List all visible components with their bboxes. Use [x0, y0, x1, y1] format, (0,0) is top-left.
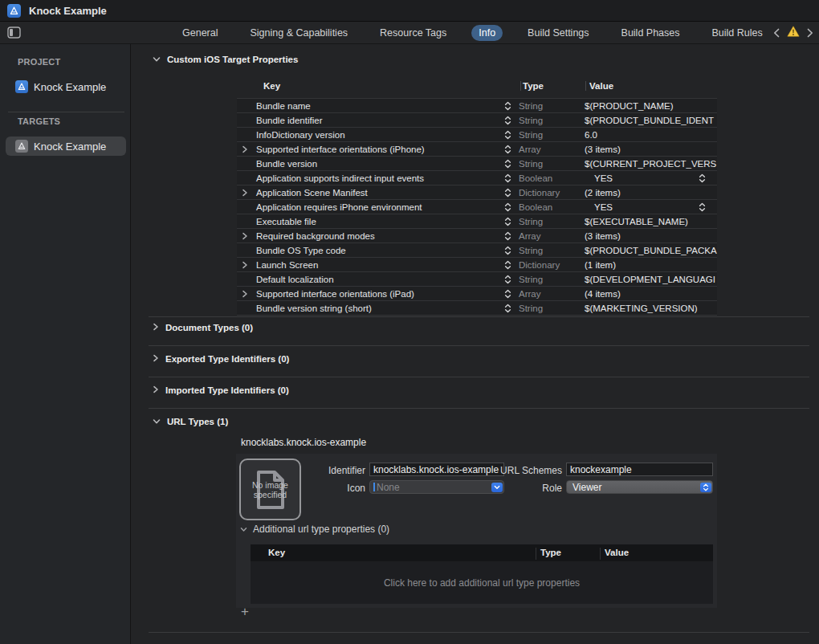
- key-cell[interactable]: Application requires iPhone environment: [237, 200, 514, 214]
- key-cell[interactable]: Launch Screen: [237, 258, 514, 271]
- type-cell[interactable]: String: [514, 116, 580, 125]
- table-row[interactable]: Required background modesArray(3 items): [237, 229, 717, 243]
- type-cell[interactable]: String: [514, 217, 580, 226]
- forward-chevron-icon[interactable]: [807, 28, 813, 38]
- value-cell[interactable]: $(PRODUCT_BUNDLE_PACKA: [580, 243, 717, 257]
- key-cell[interactable]: Application supports indirect input even…: [237, 171, 514, 185]
- stepper-icon[interactable]: [699, 173, 706, 185]
- tab-info[interactable]: Info: [471, 25, 503, 41]
- table-row[interactable]: Supported interface orientations (iPad)A…: [237, 287, 717, 301]
- stepper-icon[interactable]: [504, 188, 511, 199]
- key-cell[interactable]: Bundle version string (short): [237, 301, 514, 315]
- value-cell[interactable]: (2 items): [580, 185, 717, 199]
- key-cell[interactable]: Default localization: [237, 272, 514, 286]
- value-cell[interactable]: 6.0: [580, 128, 717, 141]
- table-row[interactable]: Bundle version string (short)String$(MAR…: [237, 301, 717, 316]
- section-imported-type-identifiers[interactable]: Imported Type Identifiers (0): [153, 385, 289, 395]
- value-cell[interactable]: $(EXECUTABLE_NAME): [580, 214, 717, 228]
- key-cell[interactable]: Executable file: [237, 214, 514, 228]
- stepper-icon[interactable]: [504, 116, 511, 127]
- stepper-icon[interactable]: [504, 246, 511, 257]
- tab-signing-capabilities[interactable]: Signing & Capabilities: [242, 25, 355, 41]
- value-cell[interactable]: $(CURRENT_PROJECT_VERS: [580, 157, 717, 170]
- sidebar-item-project[interactable]: Knock Example: [6, 77, 126, 96]
- tab-build-rules[interactable]: Build Rules: [705, 25, 770, 41]
- table-row[interactable]: Launch ScreenDictionary(1 item): [237, 258, 717, 272]
- key-cell[interactable]: Application Scene Manifest: [237, 185, 514, 199]
- key-cell[interactable]: Bundle OS Type code: [237, 243, 514, 257]
- table-row[interactable]: Application supports indirect input even…: [237, 171, 717, 185]
- stepper-icon[interactable]: [504, 275, 511, 286]
- tab-build-settings[interactable]: Build Settings: [520, 25, 596, 41]
- key-cell[interactable]: Bundle identifier: [237, 113, 514, 127]
- stepper-icon[interactable]: [504, 173, 511, 185]
- sidebar-item-target[interactable]: Knock Example: [6, 137, 126, 156]
- type-cell[interactable]: String: [514, 304, 580, 313]
- stepper-icon[interactable]: [504, 304, 511, 315]
- chevron-right-icon[interactable]: [242, 261, 253, 269]
- chevron-right-icon[interactable]: [242, 290, 253, 298]
- key-cell[interactable]: Supported interface orientations (iPhone…: [237, 142, 514, 156]
- stepper-icon[interactable]: [504, 231, 511, 243]
- type-cell[interactable]: Array: [514, 145, 580, 154]
- chevron-right-icon[interactable]: [242, 189, 253, 197]
- table-row[interactable]: Default localizationString$(DEVELOPMENT_…: [237, 272, 717, 287]
- value-cell[interactable]: (3 items): [580, 142, 717, 156]
- popup-stepper-button[interactable]: [700, 483, 711, 493]
- url-schemes-field[interactable]: knockexample: [566, 463, 713, 476]
- chevron-right-icon[interactable]: [242, 145, 253, 153]
- sidebar-toggle-icon[interactable]: [7, 26, 21, 39]
- section-additional-url-type-properties[interactable]: Additional url type properties (0): [240, 524, 389, 535]
- value-cell[interactable]: (1 item): [580, 258, 717, 271]
- tab-build-phases[interactable]: Build Phases: [614, 25, 687, 41]
- section-custom-ios-target-properties[interactable]: Custom iOS Target Properties: [153, 55, 298, 64]
- value-cell[interactable]: $(DEVELOPMENT_LANGUAGI: [580, 272, 717, 286]
- value-cell[interactable]: YES: [580, 171, 717, 185]
- table-row[interactable]: InfoDictionary versionString6.0: [237, 128, 717, 142]
- type-cell[interactable]: Boolean: [514, 202, 580, 212]
- stepper-icon[interactable]: [504, 101, 511, 112]
- chevron-right-icon[interactable]: [242, 232, 253, 240]
- type-cell[interactable]: Boolean: [514, 173, 580, 183]
- table-row[interactable]: Bundle OS Type codeString$(PRODUCT_BUNDL…: [237, 243, 717, 258]
- stepper-icon[interactable]: [504, 260, 511, 271]
- section-document-types[interactable]: Document Types (0): [153, 323, 253, 332]
- type-cell[interactable]: String: [514, 275, 580, 284]
- type-cell[interactable]: String: [514, 101, 580, 111]
- table-row[interactable]: Executable fileString$(EXECUTABLE_NAME): [237, 214, 717, 229]
- table-row[interactable]: Bundle nameString$(PRODUCT_NAME): [237, 99, 717, 113]
- add-url-properties-row[interactable]: Click here to add additional url type pr…: [251, 561, 713, 604]
- value-cell[interactable]: (4 items): [580, 287, 717, 300]
- tab-general[interactable]: General: [175, 25, 225, 41]
- key-cell[interactable]: InfoDictionary version: [237, 128, 514, 141]
- table-row[interactable]: Supported interface orientations (iPhone…: [237, 142, 717, 157]
- back-chevron-icon[interactable]: [773, 28, 780, 38]
- stepper-icon[interactable]: [504, 159, 511, 170]
- warning-icon[interactable]: [787, 26, 800, 40]
- type-cell[interactable]: Dictionary: [514, 260, 580, 270]
- stepper-icon[interactable]: [699, 202, 706, 214]
- key-cell[interactable]: Supported interface orientations (iPad): [237, 287, 514, 300]
- table-row[interactable]: Application requires iPhone environmentB…: [237, 200, 717, 214]
- value-cell[interactable]: (3 items): [580, 229, 717, 243]
- type-cell[interactable]: Array: [514, 231, 580, 241]
- section-exported-type-identifiers[interactable]: Exported Type Identifiers (0): [153, 354, 289, 364]
- type-cell[interactable]: String: [514, 130, 580, 140]
- table-row[interactable]: Bundle identifierString$(PRODUCT_BUNDLE_…: [237, 113, 717, 128]
- stepper-icon[interactable]: [504, 130, 511, 141]
- stepper-icon[interactable]: [504, 217, 511, 228]
- key-cell[interactable]: Bundle name: [237, 99, 514, 112]
- type-cell[interactable]: String: [514, 159, 580, 169]
- table-row[interactable]: Bundle versionString$(CURRENT_PROJECT_VE…: [237, 157, 717, 171]
- role-popup[interactable]: Viewer: [566, 480, 713, 494]
- value-cell[interactable]: $(PRODUCT_BUNDLE_IDENT: [580, 113, 717, 127]
- stepper-icon[interactable]: [504, 289, 511, 300]
- add-url-type-button[interactable]: +: [238, 605, 252, 619]
- type-cell[interactable]: Dictionary: [514, 188, 580, 198]
- stepper-icon[interactable]: [504, 145, 511, 156]
- value-cell[interactable]: $(MARKETING_VERSION): [580, 301, 717, 315]
- type-cell[interactable]: String: [514, 246, 580, 255]
- key-cell[interactable]: Bundle version: [237, 157, 514, 170]
- stepper-icon[interactable]: [504, 202, 511, 214]
- tab-resource-tags[interactable]: Resource Tags: [373, 25, 454, 41]
